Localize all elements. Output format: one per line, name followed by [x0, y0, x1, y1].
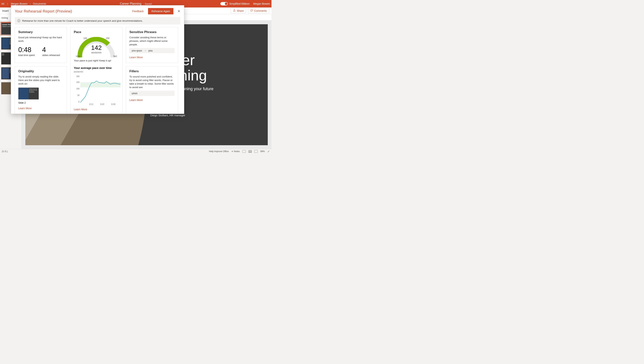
originality-card: Originality Try to avoid simply reading …	[15, 66, 67, 114]
tab-insert[interactable]: Insert	[2, 9, 9, 12]
reading-view-button[interactable]	[254, 150, 258, 153]
originality-message: Try to avoid simply reading the slide. H…	[18, 75, 64, 86]
pace-over-time-heading: Your average pace over time	[74, 66, 119, 69]
language-status[interactable]: (U.S.)	[2, 150, 8, 153]
pace-x-tick: 0:22	[100, 103, 104, 105]
pace-x-tick: 0:33	[111, 103, 115, 105]
originality-learn-more-link[interactable]: Learn More	[18, 107, 64, 110]
slides-rehearsed-value: 4	[42, 46, 60, 54]
summary-card: Summary Good job rehearsing! Keep up the…	[15, 27, 67, 63]
originality-slide-caption: Slide 2	[18, 101, 64, 104]
share-button[interactable]: Share	[231, 8, 246, 13]
info-banner: i Rehearse for more than one minute for …	[15, 17, 180, 25]
pace-value: 142	[76, 44, 117, 51]
fillers-card: Fillers To sound more polished and confi…	[126, 66, 178, 114]
notes-icon: ≐	[232, 150, 233, 153]
slide-byline: Diego Siciliani, HR manager	[150, 114, 185, 117]
cards-grid: Summary Good job rehearsing! Keep up the…	[11, 27, 184, 114]
sensitive-suggestion-chip: you guys → you	[130, 48, 174, 53]
fillers-learn-more-link[interactable]: Learn More	[130, 99, 174, 102]
simplified-ribbon-label: Simplified Ribbon	[229, 2, 250, 5]
chevron-right-icon: ›	[30, 2, 31, 5]
svg-text:50: 50	[78, 94, 80, 96]
total-time-value: 0:48	[18, 46, 35, 54]
pace-gauge: 100 150 slow fast 142 words/min	[76, 37, 117, 58]
sorter-view-button[interactable]	[248, 150, 252, 153]
pace-unit: words/min	[76, 51, 117, 54]
sensitive-message: Consider avoiding these terms or phrases…	[130, 36, 174, 47]
share-label: Share	[237, 9, 244, 12]
fillers-heading: Fillers	[130, 69, 174, 73]
separator: |	[7, 2, 8, 5]
arrow-right-icon: →	[144, 49, 146, 52]
summary-heading: Summary	[18, 30, 64, 34]
comment-icon	[250, 9, 253, 12]
filler-word-chip: umm	[130, 91, 174, 96]
gauge-fast-label: fast	[113, 55, 117, 58]
zoom-level[interactable]: 99%	[260, 150, 265, 153]
svg-text:0: 0	[78, 101, 80, 103]
svg-rect-0	[80, 82, 120, 87]
sensitive-good-term: you	[148, 49, 153, 52]
pace-card: Pace 100 150 slow fast 142 words/min You…	[70, 27, 122, 114]
originality-slide-thumbnail[interactable]: Obtain buy-in of the plan through emotio…	[18, 88, 39, 99]
summary-message: Good job rehearsing! Keep up the hard wo…	[18, 36, 64, 43]
notes-button[interactable]: ≐ Notes	[232, 150, 240, 153]
fit-to-window-button[interactable]: ⤢	[267, 150, 270, 153]
pace-line-chart: 0 50 100 150 200 0:11 0:22 0:33	[74, 74, 120, 105]
svg-text:100: 100	[76, 88, 80, 90]
sensitive-bad-term: you guys	[132, 49, 142, 52]
close-button[interactable]: ✕	[178, 9, 180, 13]
simplified-ribbon-toggle[interactable]	[220, 2, 228, 6]
breadcrumb-user[interactable]: Megan Bowen	[11, 2, 28, 5]
gauge-slow-label: slow	[76, 55, 80, 58]
total-time-label: total time spent	[18, 54, 35, 57]
rehearsal-report-dialog: Your Rehearsal Report (Preview) Feedback…	[11, 5, 184, 114]
document-name: Career Planning	[120, 2, 142, 6]
sensitive-learn-more-link[interactable]: Learn More	[130, 56, 174, 59]
save-status: - Saved	[143, 3, 152, 5]
pace-y-axis-label: words/min	[74, 71, 119, 73]
pace-message: Your pace is just right! Keep it up!	[74, 59, 119, 63]
sensitive-phrases-card: Sensitive Phrases Consider avoiding thes…	[126, 27, 178, 63]
info-icon: i	[17, 19, 20, 22]
breadcrumb-folder[interactable]: Documents	[33, 2, 46, 5]
pace-heading: Pace	[74, 30, 119, 34]
feedback-link[interactable]: Feedback	[132, 10, 144, 13]
svg-text:150: 150	[76, 81, 80, 83]
normal-view-button[interactable]	[242, 150, 246, 153]
help-improve-office-button[interactable]: Help Improve Office	[209, 150, 229, 153]
gauge-max-label: 150	[106, 37, 110, 40]
rehearse-again-button[interactable]: Rehearse Again	[148, 8, 174, 14]
share-icon	[233, 9, 236, 12]
svg-text:200: 200	[76, 75, 80, 77]
originality-heading: Originality	[18, 69, 64, 73]
dialog-header: Your Rehearsal Report (Preview) Feedback…	[11, 6, 184, 16]
comments-label: Comments	[254, 9, 267, 12]
status-bar: (U.S.) Help Improve Office ≐ Notes 99% ⤢	[0, 149, 272, 153]
fillers-message: To sound more polished and confident, tr…	[130, 75, 174, 89]
document-title[interactable]: Career Planning - Saved	[120, 2, 152, 6]
pace-x-tick: 0:11	[89, 103, 93, 105]
app-name-fragment: int	[2, 2, 4, 5]
ribbon-group-label: inning	[2, 17, 8, 19]
close-icon: ✕	[178, 9, 180, 13]
info-banner-text: Rehearse for more than one minute for Co…	[22, 20, 143, 22]
dialog-title: Your Rehearsal Report (Preview)	[15, 9, 132, 14]
pace-learn-more-link[interactable]: Learn More	[74, 108, 119, 111]
account-name[interactable]: Megan Bowen	[253, 2, 270, 5]
sensitive-heading: Sensitive Phrases	[130, 30, 174, 34]
gauge-min-label: 100	[83, 37, 87, 40]
comments-button[interactable]: Comments	[248, 8, 269, 13]
slides-rehearsed-label: slides rehearsed	[42, 54, 60, 57]
